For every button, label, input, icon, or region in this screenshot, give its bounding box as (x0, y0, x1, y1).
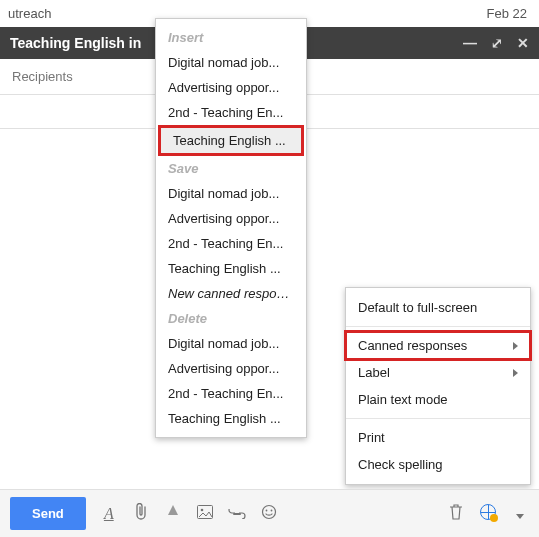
format-icon[interactable]: A (100, 505, 118, 523)
canned-delete-second[interactable]: 2nd - Teaching En... (156, 381, 306, 406)
link-icon[interactable] (228, 505, 246, 523)
svg-rect-2 (233, 513, 241, 515)
recipients-placeholder: Recipients (12, 69, 73, 84)
chevron-right-icon (513, 342, 518, 350)
canned-delete-digital[interactable]: Digital nomad job... (156, 331, 306, 356)
canned-section-save: Save (156, 156, 306, 181)
trash-icon[interactable] (447, 504, 465, 524)
mail-subject-fragment: utreach (8, 6, 51, 21)
compose-toolbar: Send A (0, 489, 539, 537)
canned-new-response[interactable]: New canned response... (156, 281, 306, 306)
menu-divider (346, 326, 530, 327)
emoji-icon[interactable] (260, 504, 278, 524)
canned-insert-advertising[interactable]: Advertising oppor... (156, 75, 306, 100)
canned-insert-digital[interactable]: Digital nomad job... (156, 50, 306, 75)
svg-point-3 (262, 505, 275, 518)
menu-canned-responses[interactable]: Canned responses (346, 332, 530, 359)
svg-point-5 (270, 509, 272, 511)
minimize-icon[interactable]: — (463, 35, 477, 51)
canned-insert-teaching[interactable]: Teaching English ... (161, 128, 301, 153)
canned-delete-advertising[interactable]: Advertising oppor... (156, 356, 306, 381)
chevron-right-icon (513, 369, 518, 377)
compose-more-menu: Default to full-screen Canned responses … (345, 287, 531, 485)
canned-save-advertising[interactable]: Advertising oppor... (156, 206, 306, 231)
menu-divider (346, 418, 530, 419)
canned-section-insert: Insert (156, 25, 306, 50)
menu-plain-text[interactable]: Plain text mode (346, 386, 530, 413)
more-options-button[interactable] (511, 505, 529, 523)
attach-icon[interactable] (132, 503, 150, 525)
compose-title: Teaching English in (10, 35, 141, 51)
send-button[interactable]: Send (10, 497, 86, 530)
photo-icon[interactable] (196, 505, 214, 523)
input-tools-icon[interactable] (479, 504, 497, 524)
drive-icon[interactable] (164, 505, 182, 523)
menu-default-fullscreen[interactable]: Default to full-screen (346, 294, 530, 321)
menu-print[interactable]: Print (346, 424, 530, 451)
menu-label[interactable]: Label (346, 359, 530, 386)
expand-icon[interactable]: ⤢ (491, 35, 503, 51)
canned-delete-teaching[interactable]: Teaching English ... (156, 406, 306, 431)
mail-date: Feb 22 (487, 6, 527, 21)
canned-save-teaching[interactable]: Teaching English ... (156, 256, 306, 281)
close-icon[interactable]: ✕ (517, 35, 529, 51)
canned-section-delete: Delete (156, 306, 306, 331)
canned-save-digital[interactable]: Digital nomad job... (156, 181, 306, 206)
svg-point-1 (200, 508, 203, 511)
canned-insert-second[interactable]: 2nd - Teaching En... (156, 100, 306, 125)
svg-point-4 (265, 509, 267, 511)
canned-save-second[interactable]: 2nd - Teaching En... (156, 231, 306, 256)
menu-check-spelling[interactable]: Check spelling (346, 451, 530, 478)
canned-responses-submenu: Insert Digital nomad job... Advertising … (155, 18, 307, 438)
